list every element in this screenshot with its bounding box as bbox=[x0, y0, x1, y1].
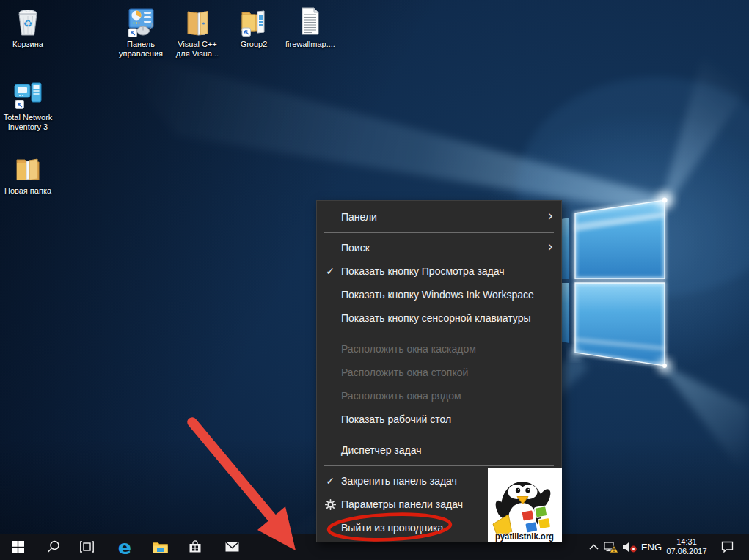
language-indicator[interactable]: ENG bbox=[640, 534, 663, 560]
menu-item-stack-windows: Расположить окна стопкой bbox=[317, 361, 561, 384]
open-folder-icon bbox=[180, 4, 214, 38]
menu-item-search[interactable]: Поиск › bbox=[317, 236, 561, 259]
menu-item-label: Закрепить панель задач bbox=[341, 475, 457, 487]
desktop-icon-visual-cpp[interactable]: Visual C++ для Visua... bbox=[169, 4, 225, 59]
mail-button[interactable] bbox=[217, 534, 246, 560]
edge-icon: e bbox=[118, 537, 131, 557]
desktop-icon-group2[interactable]: Group2 bbox=[226, 4, 282, 49]
menu-separator bbox=[324, 232, 554, 233]
action-center-button[interactable] bbox=[716, 534, 738, 560]
menu-item-label: Выйти из проводника bbox=[341, 522, 443, 534]
site-watermark: pyatilistnik.org bbox=[488, 468, 562, 542]
recycle-bin-icon: ♻ bbox=[11, 4, 45, 38]
menu-item-label: Параметры панели задач bbox=[341, 498, 463, 510]
desktop-icon-label: firewallmap.... bbox=[282, 40, 338, 49]
network-warning-icon bbox=[604, 541, 618, 553]
menu-separator bbox=[324, 435, 554, 435]
edge-button[interactable]: e bbox=[110, 534, 139, 560]
desktop-icon-label: Total Network Inventory 3 bbox=[0, 113, 56, 132]
tray-overflow-button[interactable] bbox=[587, 534, 600, 560]
menu-item-label: Поиск bbox=[341, 242, 370, 254]
folder-shortcut-icon bbox=[237, 4, 271, 38]
taskbar-clock[interactable]: 14:31 07.06.2017 bbox=[663, 534, 710, 560]
store-button[interactable] bbox=[180, 534, 210, 560]
menu-item-label: Показать кнопку сенсорной клавиатуры bbox=[341, 312, 531, 324]
menu-item-label: Показать рабочий стол bbox=[341, 413, 451, 425]
desktop-icon-recycle-bin[interactable]: ♻ Корзина bbox=[0, 4, 56, 49]
menu-item-task-manager[interactable]: Диспетчер задач bbox=[317, 438, 561, 462]
chevron-up-icon bbox=[589, 544, 599, 550]
checkmark-icon: ✓ bbox=[323, 469, 337, 493]
menu-item-label: Показать кнопку Просмотра задач bbox=[341, 265, 505, 277]
menu-item-label: Расположить окна стопкой bbox=[341, 366, 468, 378]
folder-icon bbox=[11, 151, 45, 185]
search-icon bbox=[47, 540, 60, 553]
desktop-icon-firewallmap[interactable]: firewallmap.... bbox=[282, 4, 338, 49]
penguin-windows-logo: pyatilistnik.org bbox=[488, 468, 562, 542]
watermark-text: pyatilistnik.org bbox=[495, 531, 554, 542]
menu-item-label: Показать кнопку Windows Ink Workspace bbox=[341, 289, 534, 301]
menu-item-label: Панели bbox=[341, 211, 377, 223]
start-button[interactable] bbox=[3, 534, 32, 560]
menu-item-show-touch-keyboard-button[interactable]: Показать кнопку сенсорной клавиатуры bbox=[317, 306, 561, 330]
menu-separator bbox=[324, 465, 554, 466]
windows-logo-icon bbox=[12, 541, 24, 553]
menu-item-toolbars[interactable]: Панели › bbox=[317, 205, 561, 229]
menu-item-show-task-view-button[interactable]: ✓ Показать кнопку Просмотра задач bbox=[317, 259, 561, 283]
menu-item-show-windows-ink-workspace[interactable]: Показать кнопку Windows Ink Workspace bbox=[317, 283, 561, 306]
tray-volume-button[interactable] bbox=[621, 534, 640, 560]
desktop-icon-total-network-inventory[interactable]: Total Network Inventory 3 bbox=[0, 78, 56, 132]
desktop-icon-label: Корзина bbox=[0, 40, 56, 49]
menu-item-label: Расположить окна рядом bbox=[341, 390, 461, 402]
store-bag-icon bbox=[189, 540, 202, 553]
menu-item-cascade-windows: Расположить окна каскадом bbox=[317, 337, 561, 361]
clock-date: 07.06.2017 bbox=[666, 547, 706, 556]
control-panel-icon bbox=[124, 4, 158, 38]
gear-icon-wrap bbox=[323, 493, 337, 516]
clock-time: 14:31 bbox=[676, 537, 697, 547]
menu-item-side-by-side-windows: Расположить окна рядом bbox=[317, 384, 561, 408]
volume-muted-icon bbox=[622, 542, 638, 553]
gear-icon bbox=[325, 499, 336, 510]
taskbar-search-button[interactable] bbox=[39, 534, 68, 560]
network-inventory-shortcut-icon bbox=[11, 78, 45, 111]
submenu-arrow-icon: › bbox=[547, 240, 553, 254]
desktop-icon-label: Visual C++ для Visua... bbox=[169, 40, 225, 59]
recycle-glyph: ♻ bbox=[23, 18, 33, 29]
mail-envelope-icon bbox=[225, 542, 239, 552]
task-view-button[interactable] bbox=[72, 534, 101, 560]
submenu-arrow-icon: › bbox=[547, 209, 553, 223]
menu-item-label: Расположить окна каскадом bbox=[341, 343, 476, 355]
document-icon bbox=[293, 4, 327, 38]
desktop-icon-label: Новая папка bbox=[0, 186, 56, 196]
desktop-icon-label: Панель управления bbox=[113, 40, 169, 59]
folder-icon bbox=[153, 541, 168, 553]
windows-desktop: ♻ Корзина Панель управления Visual C++ д… bbox=[0, 0, 749, 560]
task-view-icon bbox=[80, 541, 94, 553]
tray-network-button[interactable] bbox=[602, 534, 621, 560]
file-explorer-button[interactable] bbox=[145, 534, 175, 560]
desktop-icon-label: Group2 bbox=[226, 40, 282, 49]
menu-item-show-desktop[interactable]: Показать рабочий стол bbox=[317, 408, 561, 431]
desktop-icon-new-folder[interactable]: Новая папка bbox=[0, 151, 56, 196]
menu-separator bbox=[324, 334, 554, 334]
action-center-icon bbox=[721, 541, 734, 553]
checkmark-icon: ✓ bbox=[323, 259, 337, 283]
desktop-icon-control-panel[interactable]: Панель управления bbox=[113, 4, 169, 59]
menu-item-label: Диспетчер задач bbox=[341, 444, 422, 456]
